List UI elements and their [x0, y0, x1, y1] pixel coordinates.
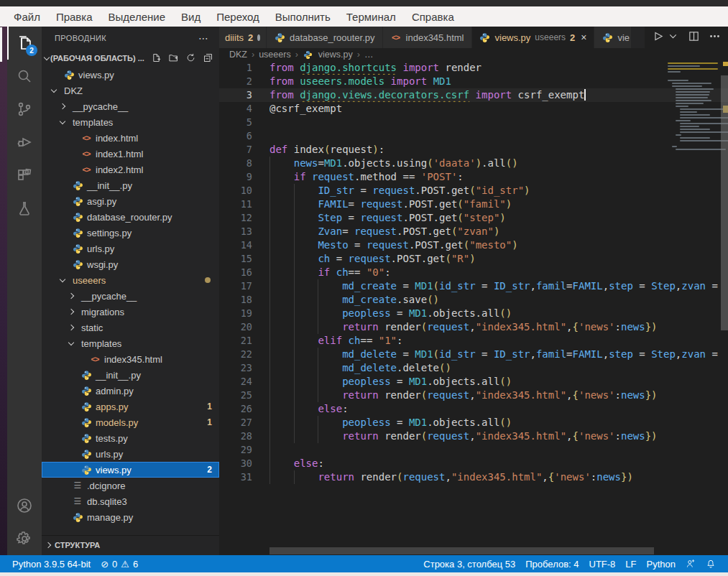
code-line-20[interactable]: 20 return render(request,"index345.html"… — [219, 320, 728, 334]
tree-folder-templates[interactable]: templates — [42, 114, 219, 130]
code-line-19[interactable]: 19 peopless = MD1.objects.all() — [219, 307, 728, 320]
code-line-3[interactable]: 3from django.views.decorators.csrf impor… — [219, 88, 728, 102]
tree-folder-__pycache__[interactable]: __pycache__ — [42, 98, 219, 114]
collapse-all-icon[interactable] — [203, 52, 213, 65]
horizontal-scrollbar[interactable] — [269, 547, 654, 554]
settings-gear-icon[interactable] — [7, 522, 42, 555]
code-line-26[interactable]: 26 else: — [219, 402, 728, 416]
tree-file-admin.py[interactable]: admin.py — [42, 383, 219, 399]
tree-file-database_roouter.py[interactable]: database_roouter.py — [42, 209, 219, 225]
tree-file-index.html[interactable]: <>index.html — [42, 130, 219, 146]
tree-file-db.sqlite3[interactable]: ☰db.sqlite3 — [42, 493, 219, 509]
code-line-21[interactable]: 21 elif ch== "1": — [219, 334, 728, 348]
search-icon[interactable] — [7, 60, 42, 93]
tree-file-urls.py[interactable]: urls.py — [42, 446, 219, 462]
tree-file-wsgi.py[interactable]: wsgi.py — [42, 256, 219, 272]
problems-status[interactable]: ⊘0 ⚠6 — [96, 555, 143, 572]
cursor-position-status[interactable]: Строка 3, столбец 53 — [418, 559, 520, 570]
split-editor-icon[interactable] — [688, 30, 700, 45]
code-line-11[interactable]: 11 FAMIL= request.POST.get("famil") — [219, 198, 728, 211]
code-line-17[interactable]: 17 md_create = MD1(id_str = ID_str,famil… — [219, 279, 728, 293]
code-line-12[interactable]: 12 Step = request.POST.get("step") — [219, 211, 728, 225]
feedback-icon[interactable] — [681, 559, 701, 569]
menu-item-выполнить[interactable]: Выполнить — [269, 9, 337, 24]
tree-folder-templates[interactable]: templates — [42, 335, 219, 351]
code-line-29[interactable]: 29 — [219, 443, 728, 457]
tree-file-index2.html[interactable]: <>index2.html — [42, 162, 219, 177]
code-line-18[interactable]: 18 md_create.save() — [219, 293, 728, 307]
encoding-status[interactable]: UTF-8 — [584, 559, 621, 570]
account-icon[interactable] — [7, 489, 42, 522]
more-actions-icon[interactable] — [709, 30, 721, 45]
code-editor[interactable]: 1from django.shortcuts import render2fro… — [219, 61, 728, 555]
code-line-15[interactable]: 15 ch = request.POST.get("R") — [219, 252, 728, 266]
menu-item-выделение[interactable]: Выделение — [102, 9, 172, 24]
tree-file-settings.py[interactable]: settings.py — [42, 225, 219, 241]
indentation-status[interactable]: Пробелов: 4 — [520, 559, 584, 570]
tree-file-urls.py[interactable]: urls.py — [42, 241, 219, 256]
breadcrumb-item[interactable]: views.py — [318, 50, 353, 60]
eol-status[interactable]: LF — [620, 559, 641, 570]
tab-index345.html[interactable]: <>index345.html — [383, 27, 472, 48]
code-line-28[interactable]: 28 return render(request,"index345.html"… — [219, 429, 728, 443]
menu-item-терминал[interactable]: Терминал — [340, 9, 402, 24]
code-line-16[interactable]: 16 if ch== "0": — [219, 266, 728, 279]
workspace-section-header[interactable]: (РАБОЧАЯ ОБЛАСТЬ) ... — [42, 50, 219, 67]
dirty-dot-icon[interactable] — [257, 34, 260, 41]
code-line-6[interactable]: 6 — [219, 129, 728, 143]
run-debug-icon[interactable] — [7, 126, 42, 159]
code-line-4[interactable]: 4@csrf_exempt — [219, 102, 728, 116]
run-icon[interactable] — [652, 30, 664, 45]
menu-item-справка[interactable]: Справка — [405, 9, 461, 24]
code-line-27[interactable]: 27 peopless = MD1.objects.all() — [219, 416, 728, 429]
close-icon[interactable]: × — [581, 32, 586, 43]
code-line-8[interactable]: 8 news=MD1.objects.using('daata').all() — [219, 157, 728, 170]
code-line-5[interactable]: 5 — [219, 116, 728, 129]
code-line-25[interactable]: 25 return render(request,"index345.html"… — [219, 389, 728, 402]
code-line-9[interactable]: 9 if request.method == 'POST': — [219, 170, 728, 184]
code-line-22[interactable]: 22 md_delete = MD1(id_str = ID_str,famil… — [219, 348, 728, 361]
code-line-24[interactable]: 24 peopless = MD1.objects.all() — [219, 375, 728, 389]
code-line-7[interactable]: 7def index(request): — [219, 143, 728, 157]
code-line-13[interactable]: 13 Zvan= request.POST.get("zvan") — [219, 225, 728, 238]
code-line-23[interactable]: 23 md_delete.delete() — [219, 361, 728, 375]
new-file-icon[interactable] — [151, 52, 162, 65]
tree-folder-__pycache__[interactable]: __pycache__ — [42, 288, 219, 304]
tree-file-models.py[interactable]: models.py1 — [42, 414, 219, 430]
extensions-icon[interactable] — [7, 159, 42, 192]
refresh-icon[interactable] — [185, 52, 196, 65]
vertical-scrollbar[interactable] — [721, 75, 728, 330]
language-mode-status[interactable]: Python — [642, 559, 681, 570]
tree-folder-static[interactable]: static — [42, 320, 219, 335]
bell-icon[interactable] — [701, 559, 721, 569]
tree-folder-DKZ[interactable]: DKZ — [42, 83, 219, 98]
code-line-2[interactable]: 2from useeers.models import MD1 — [219, 75, 728, 88]
tab-diiits[interactable]: diiits2 — [219, 27, 267, 48]
menu-item-вид[interactable]: Вид — [175, 9, 207, 24]
tree-file-apps.py[interactable]: apps.py1 — [42, 399, 219, 414]
tree-file-manage.py[interactable]: manage.py — [42, 509, 219, 525]
tab-vie[interactable]: vie — [594, 27, 632, 48]
tree-file-__init__.py[interactable]: __init__.py — [42, 177, 219, 193]
tab-views.py[interactable]: views.pyuseeers2× — [472, 27, 595, 48]
testing-icon[interactable] — [7, 192, 42, 225]
code-line-31[interactable]: 31 return render(request,"index345.html"… — [219, 470, 728, 484]
code-line-10[interactable]: 10 ID_str = request.POST.get("id_str") — [219, 184, 728, 198]
tree-file-index345.html[interactable]: <>index345.html — [42, 351, 219, 367]
menu-item-переход[interactable]: Переход — [210, 9, 266, 24]
chevron-down-icon[interactable] — [667, 30, 679, 45]
breadcrumb-item[interactable]: … — [364, 50, 374, 60]
tab-database_roouter.py[interactable]: database_roouter.py — [267, 27, 383, 48]
tree-file-index1.html[interactable]: <>index1.html — [42, 146, 219, 162]
minimap[interactable] — [668, 62, 719, 152]
tree-file-tests.py[interactable]: tests.py — [42, 430, 219, 446]
code-line-30[interactable]: 30 else: — [219, 457, 728, 470]
tree-file-.dcignore[interactable]: ☰.dcignore — [42, 478, 219, 493]
outline-section-header[interactable]: СТРУКТУРА — [42, 535, 219, 554]
tree-folder-useeers[interactable]: useeers — [42, 272, 219, 288]
new-folder-icon[interactable] — [168, 52, 179, 65]
code-line-14[interactable]: 14 Mesto = request.POST.get("mesto") — [219, 238, 728, 252]
code-line-1[interactable]: 1from django.shortcuts import render — [219, 61, 728, 75]
menu-item-файл[interactable]: Файл — [7, 9, 47, 24]
tree-file-asgi.py[interactable]: asgi.py — [42, 193, 219, 209]
